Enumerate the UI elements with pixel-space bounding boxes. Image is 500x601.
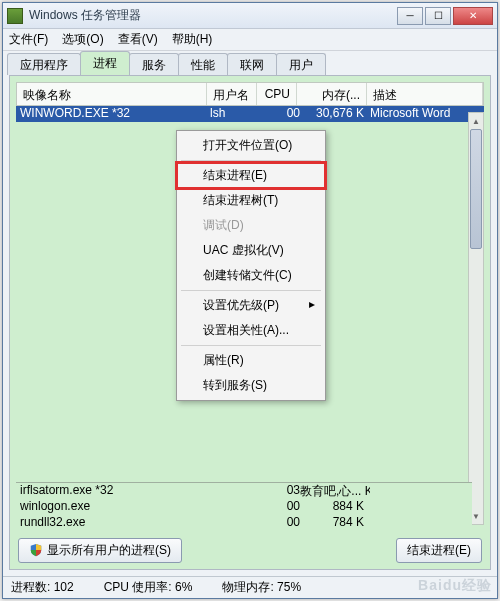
scroll-up-arrow[interactable]: ▲ <box>469 113 483 129</box>
col-header-memory[interactable]: 内存(... <box>297 83 367 105</box>
ctx-debug: 调试(D) <box>177 213 325 238</box>
column-headers: 映像名称 用户名 CPU 内存(... 描述 <box>16 82 484 106</box>
ctx-separator <box>181 345 321 346</box>
ctx-create-dump[interactable]: 创建转储文件(C) <box>177 263 325 288</box>
proc-cpu: 00 <box>260 106 300 122</box>
menu-file[interactable]: 文件(F) <box>9 31 48 48</box>
menu-help[interactable]: 帮助(H) <box>172 31 213 48</box>
col-header-cpu[interactable]: CPU <box>257 83 297 105</box>
menubar: 文件(F) 选项(O) 查看(V) 帮助(H) <box>3 29 497 51</box>
tab-services[interactable]: 服务 <box>129 53 179 75</box>
ctx-separator <box>181 290 321 291</box>
proc-mem: 30,676 K <box>300 106 370 122</box>
end-process-button[interactable]: 结束进程(E) <box>396 538 482 563</box>
ctx-goto-service[interactable]: 转到服务(S) <box>177 373 325 398</box>
process-row[interactable]: winlogon.exe 00 884 K <box>16 499 472 515</box>
close-button[interactable]: ✕ <box>453 7 493 25</box>
statusbar: 进程数: 102 CPU 使用率: 6% 物理内存: 75% <box>3 576 497 598</box>
scroll-thumb[interactable] <box>470 129 482 249</box>
status-memory-usage: 物理内存: 75% <box>222 579 301 596</box>
tab-performance[interactable]: 性能 <box>178 53 228 75</box>
shield-icon <box>29 543 43 557</box>
chevron-right-icon: ▸ <box>309 297 315 311</box>
window-controls: ─ ☐ ✕ <box>397 7 493 25</box>
menu-view[interactable]: 查看(V) <box>118 31 158 48</box>
process-row-selected[interactable]: WINWORD.EXE *32 lsh 00 30,676 K Microsof… <box>16 106 484 122</box>
proc-desc: Microsoft Word <box>370 106 480 122</box>
bottom-process-rows: irflsatorm.exe *32 03 教育吧,心... K winlogo… <box>16 482 472 531</box>
ctx-uac-virtualization[interactable]: UAC 虚拟化(V) <box>177 238 325 263</box>
menu-options[interactable]: 选项(O) <box>62 31 103 48</box>
show-all-users-button[interactable]: 显示所有用户的进程(S) <box>18 538 182 563</box>
ctx-set-affinity[interactable]: 设置相关性(A)... <box>177 318 325 343</box>
action-buttons-row: 显示所有用户的进程(S) 结束进程(E) <box>16 533 484 563</box>
maximize-button[interactable]: ☐ <box>425 7 451 25</box>
proc-name: WINWORD.EXE *32 <box>20 106 210 122</box>
context-menu: 打开文件位置(O) 结束进程(E) 结束进程树(T) 调试(D) UAC 虚拟化… <box>176 130 326 401</box>
show-all-label: 显示所有用户的进程(S) <box>47 542 171 559</box>
status-process-count: 进程数: 102 <box>11 579 74 596</box>
col-header-description[interactable]: 描述 <box>367 83 483 105</box>
col-header-user[interactable]: 用户名 <box>207 83 257 105</box>
col-header-name[interactable]: 映像名称 <box>17 83 207 105</box>
tab-strip: 应用程序 进程 服务 性能 联网 用户 <box>3 51 497 75</box>
ctx-end-process-tree[interactable]: 结束进程树(T) <box>177 188 325 213</box>
ctx-properties[interactable]: 属性(R) <box>177 348 325 373</box>
tab-users[interactable]: 用户 <box>276 53 326 75</box>
end-process-label: 结束进程(E) <box>407 542 471 559</box>
proc-user: lsh <box>210 106 260 122</box>
ctx-end-process[interactable]: 结束进程(E) <box>177 163 325 188</box>
minimize-button[interactable]: ─ <box>397 7 423 25</box>
window-title: Windows 任务管理器 <box>29 7 397 24</box>
ctx-set-priority[interactable]: 设置优先级(P)▸ <box>177 293 325 318</box>
status-cpu-usage: CPU 使用率: 6% <box>104 579 193 596</box>
tab-network[interactable]: 联网 <box>227 53 277 75</box>
tab-processes[interactable]: 进程 <box>80 51 130 75</box>
tab-applications[interactable]: 应用程序 <box>7 53 81 75</box>
app-icon <box>7 8 23 24</box>
process-row[interactable]: irflsatorm.exe *32 03 教育吧,心... K <box>16 483 472 499</box>
ctx-open-file-location[interactable]: 打开文件位置(O) <box>177 133 325 158</box>
titlebar[interactable]: Windows 任务管理器 ─ ☐ ✕ <box>3 3 497 29</box>
vertical-scrollbar[interactable]: ▲ ▼ <box>468 112 484 525</box>
ctx-separator <box>181 160 321 161</box>
process-row[interactable]: rundll32.exe 00 784 K <box>16 515 472 531</box>
